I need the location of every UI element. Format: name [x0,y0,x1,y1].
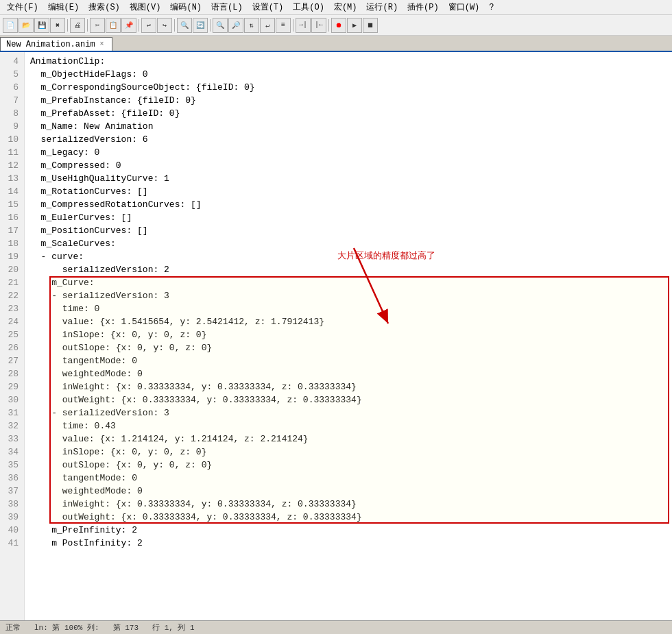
btn-replace[interactable]: 🔄 [193,18,208,33]
btn-record[interactable]: ⏺ [331,18,346,33]
code-line: m_ObjectHideFlags: 0 [30,68,667,81]
line-number: 19 [1,250,21,263]
btn-print[interactable]: 🖨 [70,18,85,33]
line-number: 21 [1,276,21,289]
menu-tools[interactable]: 工具(O) [289,0,328,14]
code-line: inWeight: {x: 0.33333334, y: 0.33333334,… [30,380,667,393]
tab-animation[interactable]: New Animation.anim × [0,37,112,51]
btn-open[interactable]: 📂 [19,18,34,33]
btn-save[interactable]: 💾 [34,18,49,33]
code-line: m_EulerCurves: [] [30,211,667,224]
line-number: 24 [1,315,21,328]
line-number: 33 [1,432,21,446]
line-number: 5 [1,68,21,81]
btn-undo[interactable]: ↩ [141,18,156,33]
code-line: serializedVersion: 2 [30,263,667,276]
menu-edit[interactable]: 编辑(E) [44,0,84,14]
status-col: 第 173 [113,622,139,633]
line-number: 29 [1,380,21,393]
code-line: outWeight: {x: 0.33333334, y: 0.33333334… [30,511,667,524]
code-line: m_RotationCurves: [] [30,185,667,198]
code-line: m_PreInfinity: 2 [30,524,667,537]
code-line: value: {x: 1.5415654, y: 2.5421412, z: 1… [30,315,667,328]
line-number: 40 [1,524,21,537]
sep5 [210,19,211,32]
code-line: outSlope: {x: 0, y: 0, z: 0} [30,459,667,472]
line-number: 30 [1,393,21,406]
code-line: tangentMode: 0 [30,472,667,485]
menu-settings[interactable]: 设置(T) [248,0,288,14]
btn-new[interactable]: 📄 [3,18,18,33]
line-number: 12 [1,159,21,172]
btn-play[interactable]: ▶ [347,18,362,33]
btn-synch[interactable]: ⇅ [244,18,259,33]
sep7 [328,19,329,32]
line-number: 23 [1,302,21,315]
line-number: 27 [1,354,21,367]
line-number: 25 [1,328,21,341]
line-number: 38 [1,498,21,511]
sep1 [67,19,68,32]
menu-encode[interactable]: 编码(N) [166,0,206,14]
menu-help[interactable]: ? [485,1,498,14]
code-line: weightedMode: 0 [30,485,667,498]
btn-copy[interactable]: 📋 [106,18,121,33]
menubar: 文件(F) 编辑(E) 搜索(S) 视图(V) 编码(N) 语言(L) 设置(T… [0,0,672,15]
line-number: 16 [1,211,21,224]
code-line: m_PrefabAsset: {fileID: 0} [30,107,667,120]
code-line: m_Legacy: 0 [30,146,667,159]
code-line: m_CompressedRotationCurves: [] [30,198,667,211]
tab-close-btn[interactable]: × [98,40,106,49]
btn-paste[interactable]: 📌 [121,18,136,33]
toolbar: 📄 📂 💾 ✖ 🖨 ✂ 📋 📌 ↩ ↪ 🔍 🔄 🔍 🔎 ⇅ ↵ ≡ →| |← … [0,15,672,36]
btn-format[interactable]: ≡ [276,18,291,33]
line-number: 34 [1,446,21,459]
menu-window[interactable]: 窗口(W) [444,0,484,14]
code-line: outWeight: {x: 0.33333334, y: 0.33333334… [30,393,667,406]
btn-find[interactable]: 🔍 [177,18,192,33]
statusbar: 正常 ln: 第 100% 列: 第 173 行 1, 列 1 [0,620,672,634]
code-line: m_PrefabInstance: {fileID: 0} [30,94,667,107]
btn-redo[interactable]: ↪ [157,18,172,33]
status-pos: 行 1, 列 1 [152,622,195,633]
code-line: inSlope: {x: 0, y: 0, z: 0} [30,328,667,341]
btn-closeall[interactable]: ✖ [50,18,65,33]
code-line: m_UseHighQualityCurve: 1 [30,172,667,185]
menu-search[interactable]: 搜索(S) [84,0,124,14]
code-line: m_PositionCurves: [] [30,224,667,237]
code-line: value: {x: 1.214124, y: 1.214124, z: 2.2… [30,432,667,446]
menu-run[interactable]: 运行(R) [362,0,402,14]
line-number: 35 [1,459,21,472]
status-zoom: ln: 第 100% 列: [34,622,99,633]
btn-cut[interactable]: ✂ [90,18,105,33]
menu-plugin[interactable]: 插件(P) [403,0,443,14]
code-line: m_Curve: [30,276,667,289]
menu-macro[interactable]: 宏(M) [330,0,361,14]
btn-unindent[interactable]: |← [311,18,326,33]
btn-wordwrap[interactable]: ↵ [260,18,275,33]
code-line: time: 0 [30,302,667,315]
editor-content: 4567891011121314151617181920212223242526… [0,52,672,620]
menu-view[interactable]: 视图(V) [125,0,165,14]
code-area[interactable]: AnimationClip: m_ObjectHideFlags: 0 m_Co… [25,52,672,620]
menu-lang[interactable]: 语言(L) [207,0,247,14]
btn-indent[interactable]: →| [296,18,311,33]
btn-stop[interactable]: ⏹ [363,18,378,33]
line-number: 41 [1,537,21,550]
code-line: m_Name: New Animation [30,120,667,133]
sep6 [293,19,293,32]
btn-zoomout[interactable]: 🔎 [228,18,243,33]
sep2 [87,19,88,32]
line-number: 39 [1,511,21,524]
code-line: weightedMode: 0 [30,367,667,380]
line-number: 4 [1,55,21,68]
code-line: tangentMode: 0 [30,354,667,367]
tabbar: New Animation.anim × [0,36,672,52]
line-number: 11 [1,146,21,159]
btn-zoomin[interactable]: 🔍 [213,18,228,33]
line-number: 22 [1,289,21,302]
code-line: inSlope: {x: 0, y: 0, z: 0} [30,446,667,459]
code-line: serializedVersion: 6 [30,133,667,146]
line-number: 17 [1,224,21,237]
menu-file[interactable]: 文件(F) [3,0,43,14]
